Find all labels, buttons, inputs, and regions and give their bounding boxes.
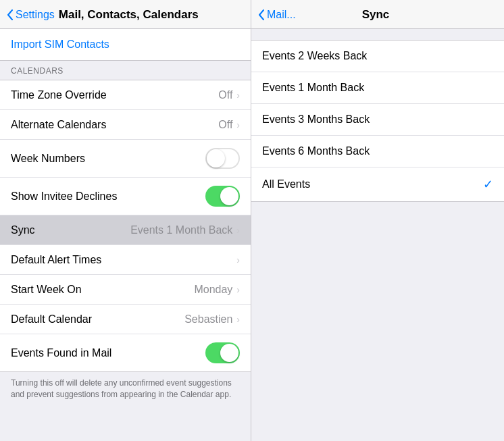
footer-note: Turning this off will delete any unconfi… bbox=[0, 372, 251, 411]
left-nav-header: Settings Mail, Contacts, Calendars bbox=[0, 0, 251, 29]
sync-value: Events 1 Month Back bbox=[130, 224, 232, 236]
sync-option-label-4: All Events bbox=[262, 178, 483, 190]
default-alert-times-row[interactable]: Default Alert Times › bbox=[0, 245, 251, 275]
sync-option-row-4[interactable]: All Events ✓ bbox=[251, 167, 504, 201]
import-sim-section: Import SIM Contacts bbox=[0, 29, 251, 61]
right-back-button[interactable]: Mail... bbox=[258, 9, 296, 21]
default-alert-times-chevron: › bbox=[236, 255, 240, 265]
alternate-calendars-label: Alternate Calendars bbox=[11, 119, 218, 131]
right-back-label: Mail... bbox=[267, 9, 296, 21]
left-back-label: Settings bbox=[16, 9, 55, 21]
sync-option-label-3: Events 6 Months Back bbox=[262, 145, 493, 157]
sync-option-label-0: Events 2 Weeks Back bbox=[262, 50, 493, 62]
show-invitee-declines-toggle[interactable] bbox=[205, 186, 240, 207]
show-invitee-declines-toggle-knob bbox=[220, 187, 238, 205]
default-calendar-label: Default Calendar bbox=[11, 313, 184, 326]
sync-option-checkmark-4: ✓ bbox=[483, 177, 493, 192]
time-zone-override-label: Time Zone Override bbox=[11, 89, 218, 101]
right-nav-header: Mail... Sync bbox=[251, 0, 504, 29]
week-numbers-toggle[interactable] bbox=[205, 148, 240, 169]
import-sim-link[interactable]: Import SIM Contacts bbox=[11, 38, 109, 50]
start-week-on-value: Monday bbox=[194, 284, 232, 296]
left-back-button[interactable]: Settings bbox=[7, 9, 55, 21]
right-nav-title: Sync bbox=[362, 8, 390, 22]
time-zone-override-chevron: › bbox=[236, 90, 240, 101]
right-panel: Mail... Sync Events 2 Weeks Back Events … bbox=[251, 0, 504, 441]
time-zone-override-row[interactable]: Time Zone Override Off › bbox=[0, 80, 251, 110]
sync-option-label-2: Events 3 Months Back bbox=[262, 113, 493, 126]
sync-option-row-3[interactable]: Events 6 Months Back bbox=[251, 136, 504, 167]
week-numbers-row: Week Numbers bbox=[0, 140, 251, 178]
sync-label: Sync bbox=[11, 224, 130, 236]
events-found-in-mail-row: Events Found in Mail bbox=[0, 334, 251, 371]
sync-options-group: Events 2 Weeks Back Events 1 Month Back … bbox=[251, 40, 504, 202]
default-calendar-chevron: › bbox=[236, 314, 240, 325]
left-nav-title: Mail, Contacts, Calendars bbox=[59, 8, 199, 22]
start-week-on-chevron: › bbox=[236, 284, 240, 295]
default-alert-times-label: Default Alert Times bbox=[11, 254, 236, 266]
sync-chevron: › bbox=[236, 225, 240, 236]
calendars-section-header: CALENDARS bbox=[0, 61, 251, 80]
sync-row[interactable]: Sync Events 1 Month Back › bbox=[0, 215, 251, 245]
sync-option-row-2[interactable]: Events 3 Months Back bbox=[251, 104, 504, 136]
sync-option-row-1[interactable]: Events 1 Month Back bbox=[251, 72, 504, 104]
alternate-calendars-value: Off bbox=[218, 119, 232, 131]
sync-option-label-1: Events 1 Month Back bbox=[262, 82, 493, 94]
show-invitee-declines-row: Show Invitee Declines bbox=[0, 178, 251, 215]
time-zone-override-value: Off bbox=[218, 89, 232, 101]
alternate-calendars-row[interactable]: Alternate Calendars Off › bbox=[0, 110, 251, 140]
left-panel: Settings Mail, Contacts, Calendars Impor… bbox=[0, 0, 251, 441]
default-calendar-row[interactable]: Default Calendar Sebastien › bbox=[0, 305, 251, 334]
calendars-settings-group: Time Zone Override Off › Alternate Calen… bbox=[0, 80, 251, 372]
show-invitee-declines-label: Show Invitee Declines bbox=[11, 190, 205, 203]
events-found-in-mail-toggle[interactable] bbox=[205, 342, 240, 363]
alternate-calendars-chevron: › bbox=[236, 120, 240, 130]
sync-option-row-0[interactable]: Events 2 Weeks Back bbox=[251, 41, 504, 72]
start-week-on-row[interactable]: Start Week On Monday › bbox=[0, 275, 251, 305]
week-numbers-toggle-knob bbox=[207, 149, 225, 167]
default-calendar-value: Sebastien bbox=[184, 313, 232, 326]
events-found-in-mail-label: Events Found in Mail bbox=[11, 347, 205, 359]
week-numbers-label: Week Numbers bbox=[11, 153, 205, 165]
start-week-on-label: Start Week On bbox=[11, 284, 194, 296]
events-found-in-mail-toggle-knob bbox=[220, 344, 238, 362]
